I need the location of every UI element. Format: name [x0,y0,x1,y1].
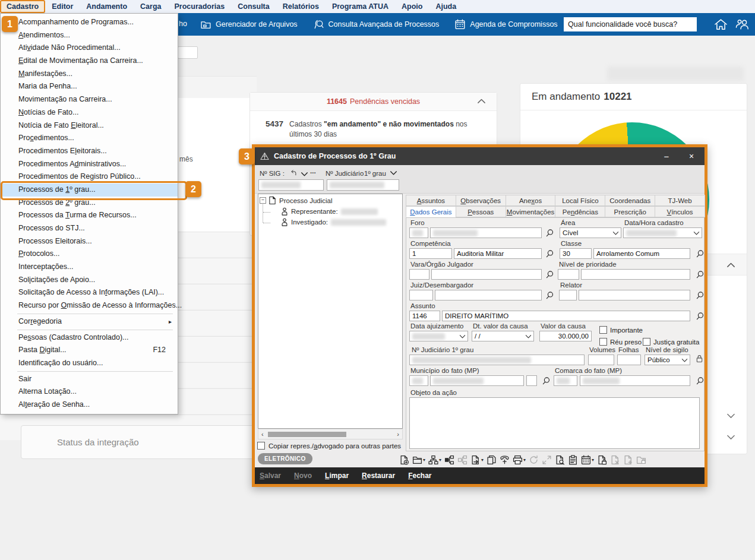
relator-name-input[interactable] [579,290,690,300]
users-icon[interactable] [735,18,749,31]
justica-gratuita-checkbox[interactable] [643,338,650,346]
menu-item-processos-de-2-grau[interactable]: Processos de 2º grau... [1,197,178,210]
comarca-code-input[interactable] [554,375,577,386]
printer-icon[interactable]: ▾ [513,455,526,465]
minimize-button[interactable]: − [654,147,679,165]
foro-search-icon[interactable] [545,229,554,238]
limpar-button[interactable]: Limpar [325,472,349,480]
juiz-name-input[interactable] [435,290,542,300]
sig-input[interactable] [258,179,324,191]
salvar-button[interactable]: Salvar [260,472,281,480]
assunto-search-icon[interactable] [696,312,705,321]
prioridade-search-icon[interactable] [696,270,705,279]
juiz-code-input[interactable] [409,290,433,300]
menu-item-noticia-de-fato-eleitoral[interactable]: Notícia de Fato Eleitoral... [1,119,178,132]
scroll-left-icon[interactable]: ‹ [261,431,264,438]
menubar-item-apoio[interactable]: Apoio [395,0,429,13]
menu-item-alteracao-de-senha[interactable]: Alteração de Senha... [1,398,178,412]
tab-pendencias[interactable]: Pendências [555,206,605,217]
menu-item-pessoas-cadastro-controlado[interactable]: Pessoas (Cadastro Controlado)... [1,331,178,344]
forward-document-icon[interactable]: ▾ [470,455,484,465]
hierarchy-icon[interactable]: ▾ [428,455,441,465]
menubar-item-relatorios[interactable]: Relatórios [276,0,326,13]
competencia-code-input[interactable] [409,248,452,259]
phone-icon[interactable] [500,455,510,465]
menu-item-solicitacao-de-acesso-a-informacoes-lai[interactable]: Solicitação de Acesso à Informações (LAI… [1,286,178,299]
judiciario-input[interactable] [327,179,399,191]
scroll-chevron-down-icon[interactable] [726,411,735,422]
classe-search-icon[interactable] [696,249,705,258]
scrollbar-thumb[interactable] [268,432,346,437]
importante-checkbox[interactable] [599,326,607,334]
menubar-item-programa-atua[interactable]: Programa ATUA [326,0,395,13]
chevron-down-icon[interactable] [390,169,397,176]
reu-preso-checkbox[interactable] [599,338,607,346]
tree-node-investigado[interactable]: Investigado: [281,218,386,226]
competencia-name-input[interactable] [454,248,542,259]
menu-item-edital-de-movimentacao-na-carreira[interactable]: Edital de Movimentação na Carreira... [1,55,178,68]
home-icon[interactable] [714,18,728,31]
menubar-item-cadastro[interactable]: Cadastro [0,0,45,13]
foro-name-input[interactable] [430,227,542,238]
municipio-name-input[interactable] [430,375,524,386]
undo-icon[interactable] [290,169,298,176]
menu-item-recurso-por-omissao-de-acesso-a-informacoes[interactable]: Recurso por Omissão de Acesso à Informaç… [1,299,178,312]
tab-observacoes[interactable]: Observações [456,195,506,206]
datahora-select[interactable] [623,227,702,238]
toolbar-button-consulta-avancada-de-processos[interactable]: Consulta Avançada de Processos [313,19,440,30]
menu-item-pasta-digital[interactable]: Pasta Digital...F12 [1,344,178,357]
juiz-search-icon[interactable] [545,291,554,300]
prioridade-name-input[interactable] [581,269,690,280]
ellipsis-button[interactable]: ... [310,167,316,175]
chevron-down-icon[interactable] [301,170,308,178]
menu-item-movimentacao-na-carreira[interactable]: Movimentação na Carreira... [1,93,178,106]
tree-node-representante[interactable]: Representante: [281,207,378,216]
assunto-name-input[interactable] [442,311,690,321]
novo-button[interactable]: Novo [294,472,312,480]
municipio-code-input[interactable] [409,375,428,386]
menu-item-procedimentos-eleitorais[interactable]: Procedimentos Eleitorais... [1,145,178,158]
menu-item-sair[interactable]: Sair [1,373,178,386]
menu-item-interceptacoes[interactable]: Interceptações... [1,261,178,274]
copy-document-icon[interactable] [487,455,497,465]
menu-item-procedimentos-de-registro-publico[interactable]: Procedimentos de Registro Público... [1,170,178,183]
toolbar-button-gerenciador-de-arquivos[interactable]: Gerenciador de Arquivos [200,19,298,30]
menu-item-corregedoria[interactable]: Corregedoria▸ [1,315,178,328]
restaurar-button[interactable]: Restaurar [362,472,395,480]
valor-input[interactable] [539,331,592,341]
menu-item-atendimentos[interactable]: Atendimentos... [1,29,178,42]
tab-vinculos[interactable]: Vínculos [655,206,705,217]
tree-root-node[interactable]: − Processo Judicial [260,196,332,205]
tree-horizontal-scrollbar[interactable]: ‹ › [258,429,403,439]
comarca-search-icon[interactable] [696,377,705,385]
certificate-search-icon[interactable] [555,455,565,465]
data-ajuizamento-select[interactable] [409,331,468,341]
scroll-chevron-down-icon[interactable] [726,432,735,443]
menubar-item-andamento[interactable]: Andamento [80,0,134,13]
classe-name-input[interactable] [593,248,690,259]
foro-code-input[interactable] [409,227,428,238]
menubar-item-carga[interactable]: Carga [134,0,168,13]
copy-repres-checkbox[interactable] [257,442,265,450]
clipboard-icon[interactable] [568,455,578,465]
municipio-extra-input[interactable] [526,375,537,386]
tree-collapse-icon[interactable]: − [260,197,266,204]
add-record-icon[interactable] [399,455,409,465]
tab-tj-web[interactable]: TJ-Web [655,195,705,206]
menu-item-maria-da-penha[interactable]: Maria da Penha... [1,80,178,93]
tab-dados-gerais[interactable]: Dados Gerais [406,206,456,217]
folder-open-icon[interactable]: ▾ [412,455,425,465]
relator-code-input[interactable] [559,290,577,300]
tab-assuntos[interactable]: Assuntos [406,195,456,206]
menu-item-processos-eleitorais[interactable]: Processos Eleitorais... [1,235,178,248]
menubar-item-consulta[interactable]: Consulta [231,0,276,13]
menu-item-manifestacoes[interactable]: Manifestações... [1,68,178,81]
tab-anexos[interactable]: Anexos [506,195,556,206]
competencia-search-icon[interactable] [545,249,554,258]
tab-prescricao[interactable]: Prescrição [605,206,655,217]
menu-item-noticias-de-fato[interactable]: Notícias de Fato... [1,106,178,119]
classe-code-input[interactable] [560,248,592,259]
vara-code-input[interactable] [409,269,429,280]
dt-valor-select[interactable]: / / [472,331,534,341]
num-judiciario-input[interactable] [409,355,585,365]
